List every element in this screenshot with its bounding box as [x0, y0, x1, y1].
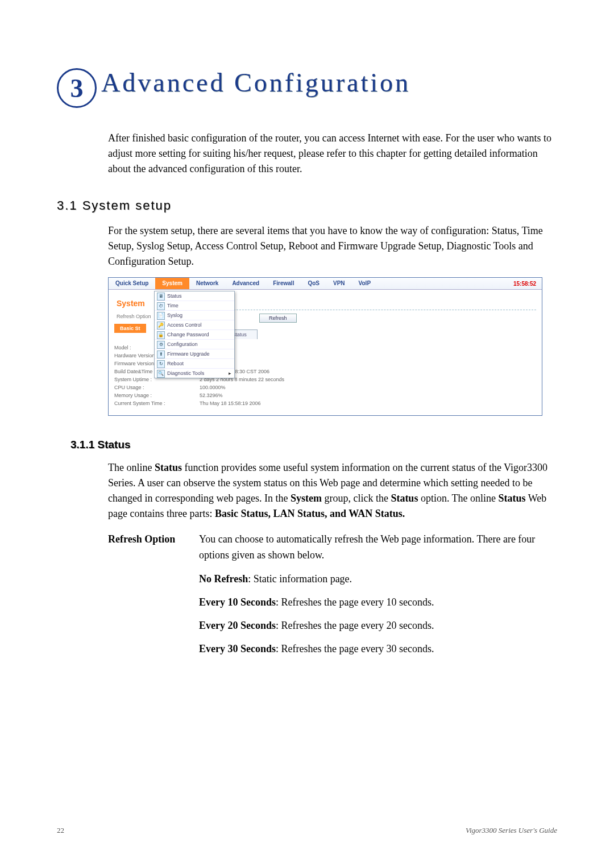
opt-rest: : Refreshes the page every 10 seconds. [276, 596, 434, 608]
access-icon: 🔑 [157, 322, 165, 329]
opt-bold: Every 20 Seconds [199, 620, 276, 631]
system-dropdown: 🖥Status ⏱Time 📄Syslog 🔑Access Control 🔒C… [154, 291, 235, 378]
chevron-right-icon: ▸ [229, 370, 231, 376]
router-ui-screenshot: Quick Setup System Network Advanced Fire… [108, 277, 542, 416]
chapter-title: Advanced Configuration [101, 68, 410, 98]
chapter-number-badge: 3 [57, 68, 97, 108]
stat-systime-value: Thu May 18 15:58:19 2006 [200, 400, 261, 406]
dd-status-label: Status [167, 293, 182, 299]
dd-firmware-label: Firmware Upgrade [167, 351, 210, 357]
section-3-1-1-heading: 3.1.1 Status [70, 439, 557, 451]
stat-cpu-label: CPU Usage : [114, 385, 200, 390]
body-bold: Status [499, 493, 526, 504]
syslog-icon: 📄 [157, 312, 165, 320]
dd-diagnostic-tools[interactable]: 🔍Diagnostic Tools▸ [155, 368, 234, 378]
nav-system[interactable]: System [155, 278, 189, 289]
stat-memory-label: Memory Usage : [114, 393, 200, 398]
dd-time[interactable]: ⏱Time [155, 301, 234, 310]
dd-configuration[interactable]: ⚙Configuration [155, 339, 234, 349]
dd-password-label: Change Password [167, 332, 209, 337]
config-icon: ⚙ [157, 341, 165, 349]
stat-cpu-value: 100.0000% [200, 385, 226, 390]
nav-voip[interactable]: VoIP [352, 278, 377, 289]
stat-memory-value: 52.3296% [200, 393, 223, 398]
nav-firewall[interactable]: Firewall [266, 278, 301, 289]
refresh-option-desc: You can choose to automatically refresh … [199, 532, 557, 564]
opt-bold: No Refresh [199, 573, 248, 585]
dd-reboot-label: Reboot [167, 361, 184, 366]
dd-config-label: Configuration [167, 341, 198, 347]
stat-memory: Memory Usage :52.3296% [114, 391, 536, 399]
status-icon: 🖥 [157, 293, 165, 301]
firmware-icon: ⬆ [157, 350, 165, 358]
basic-status-tab[interactable]: Basic St [114, 324, 146, 333]
stat-cpu: CPU Usage :100.0000% [114, 383, 536, 391]
separator [191, 309, 536, 310]
dd-syslog-label: Syslog [167, 312, 182, 318]
opt-rest: : Static information page. [248, 573, 352, 585]
page-footer: 22 Vigor3300 Series User's Guide [57, 826, 557, 835]
opt-bold: Every 30 Seconds [199, 643, 276, 654]
dd-syslog[interactable]: 📄Syslog [155, 310, 234, 320]
body-text: The online [108, 462, 155, 473]
nav-advanced[interactable]: Advanced [225, 278, 266, 289]
dd-diag-label: Diagnostic Tools [167, 370, 204, 376]
nav-network[interactable]: Network [189, 278, 225, 289]
clock-display: 15:58:52 [513, 281, 542, 287]
stat-systime: Current System Time :Thu May 18 15:58:19… [114, 399, 536, 407]
opt-rest: : Refreshes the page every 30 seconds. [276, 643, 434, 654]
section-3-1-body: For the system setup, there are several … [108, 223, 557, 269]
dd-firmware-upgrade[interactable]: ⬆Firmware Upgrade [155, 349, 234, 358]
password-icon: 🔒 [157, 331, 165, 339]
refresh-option-definition: Refresh Option You can choose to automat… [108, 532, 557, 564]
dd-access-control[interactable]: 🔑Access Control [155, 320, 234, 329]
body-bold: Status [155, 462, 182, 473]
stat-systime-label: Current System Time : [114, 400, 200, 406]
refresh-opt-30: Every 30 Seconds: Refreshes the page eve… [199, 641, 557, 657]
guide-title: Vigor3300 Series User's Guide [466, 826, 557, 835]
body-text: option. The online [418, 493, 498, 504]
nav-quick-setup[interactable]: Quick Setup [109, 278, 155, 289]
section-3-1-1-body: The online Status function provides some… [108, 460, 557, 521]
page-number: 22 [57, 826, 64, 835]
diag-icon: 🔍 [157, 370, 165, 378]
dd-time-label: Time [167, 303, 179, 308]
body-bold: System [291, 493, 322, 504]
reboot-icon: ↻ [157, 360, 165, 368]
opt-bold: Every 10 Seconds [199, 596, 276, 608]
chapter-heading: 3 Advanced Configuration [57, 62, 557, 102]
time-icon: ⏱ [157, 302, 165, 310]
dd-reboot[interactable]: ↻Reboot [155, 358, 234, 368]
top-nav: Quick Setup System Network Advanced Fire… [109, 278, 542, 290]
opt-rest: : Refreshes the page every 20 seconds. [276, 620, 434, 631]
dd-change-password[interactable]: 🔒Change Password [155, 329, 234, 339]
body-bold: Status [391, 493, 418, 504]
nav-qos[interactable]: QoS [301, 278, 326, 289]
section-3-1-heading: 3.1 System setup [57, 198, 557, 213]
refresh-opt-none: No Refresh: Static information page. [199, 571, 557, 587]
dd-status[interactable]: 🖥Status [155, 291, 234, 301]
refresh-opt-10: Every 10 Seconds: Refreshes the page eve… [199, 595, 557, 610]
body-text: group, click the [322, 493, 391, 504]
nav-vpn[interactable]: VPN [326, 278, 352, 289]
chapter-intro: After finished basic configuration of th… [108, 131, 557, 177]
refresh-option-term: Refresh Option [108, 532, 199, 564]
refresh-opt-20: Every 20 Seconds: Refreshes the page eve… [199, 618, 557, 633]
dd-access-label: Access Control [167, 322, 202, 328]
refresh-button[interactable]: Refresh [259, 314, 297, 323]
body-bold: Basic Status, LAN Status, and WAN Status… [215, 508, 405, 519]
